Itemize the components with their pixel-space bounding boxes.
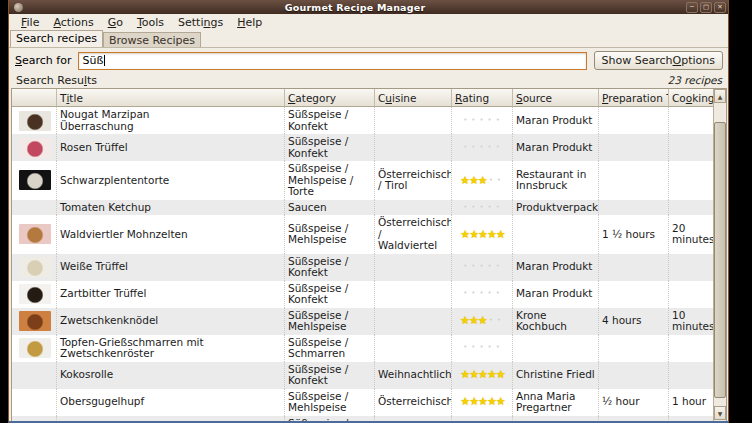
menu-settings[interactable]: Settings <box>171 15 230 30</box>
tab-browse-recipes[interactable]: Browse Recipes <box>103 32 201 47</box>
empty-star-dots-icon: ••••• <box>463 202 504 214</box>
search-input[interactable]: Süß <box>78 52 586 70</box>
cell-title: Tomaten Ketchup <box>57 200 285 216</box>
cell-preparation-time: 1 ½ hours <box>599 215 669 254</box>
cell-title: Zwetschkenknödel <box>57 308 285 335</box>
tab-search-recipes[interactable]: Search recipes <box>10 30 103 47</box>
cell-source: Maran Produkt <box>513 281 599 308</box>
column-header-title[interactable]: Title <box>57 89 285 107</box>
star-rating-icon: ★★★ <box>460 175 487 187</box>
menu-go[interactable]: Go <box>101 15 130 30</box>
cell-title: Waldviertler Mohnzelten <box>57 215 285 254</box>
cell-image <box>12 308 57 335</box>
table-row[interactable]: Rosen Trüffel Süßspeise / Konfekt ••••• … <box>12 134 713 161</box>
cell-category: Süßspeise / Schmarren <box>285 335 375 362</box>
table-row[interactable]: Kokosrolle Süßspeise / Konfekt Weihnacht… <box>12 362 713 389</box>
empty-star-dots-icon: •• <box>489 175 505 187</box>
cell-source: Produktverpackung <box>513 200 599 216</box>
close-button[interactable]: ✕ <box>714 2 726 13</box>
scrollbar-up-arrow-icon[interactable]: ▲ <box>714 89 726 103</box>
menu-actions[interactable]: Actions <box>46 15 100 30</box>
minimize-button[interactable]: ─ <box>686 2 698 13</box>
cell-cooking-time <box>669 335 713 362</box>
table-row[interactable]: Zartbitter Trüffel Süßspeise / Konfekt •… <box>12 281 713 308</box>
empty-star-dots-icon: ••••• <box>463 115 504 127</box>
cell-rating: ••••• <box>452 200 513 216</box>
table-row[interactable]: Weiße Trüffel Süßspeise / Konfekt ••••• … <box>12 254 713 281</box>
cell-cuisine <box>375 281 452 308</box>
maximize-button[interactable]: ▢ <box>700 2 712 13</box>
cell-image <box>12 254 57 281</box>
cell-cuisine: Österreichisch <box>375 389 452 416</box>
recipe-thumbnail <box>19 138 51 158</box>
cell-cuisine <box>375 308 452 335</box>
search-results-label: Search Results <box>16 74 97 87</box>
column-header-preparation-time[interactable]: Preparation Time <box>599 89 669 107</box>
column-header-cuisine[interactable]: Cuisine <box>375 89 452 107</box>
cell-image <box>12 362 57 389</box>
column-header-rating[interactable]: Rating <box>452 89 513 107</box>
column-header-image[interactable] <box>12 89 57 107</box>
cell-cuisine <box>375 134 452 161</box>
cell-category: Süßspeise / Konfekt <box>285 134 375 161</box>
cell-preparation-time: 4 hours <box>599 308 669 335</box>
cell-category: Süßspeise / Mehlspeise <box>285 389 375 416</box>
cell-category: Süßspeise / Konfekt <box>285 362 375 389</box>
scrollbar-down-arrow-icon[interactable]: ▼ <box>714 406 726 420</box>
scrollbar-thumb[interactable] <box>714 122 726 398</box>
cell-preparation-time <box>599 362 669 389</box>
table-row[interactable]: Obersgugelhupf Süßspeise / Mehlspeise Ös… <box>12 389 713 416</box>
cell-rating: ••••• <box>452 107 513 134</box>
table-row[interactable]: Nougat Marzipan Überraschung Süßspeise /… <box>12 107 713 134</box>
cell-image <box>12 215 57 254</box>
cell-cooking-time: 10 minutes <box>669 308 713 335</box>
column-header-category[interactable]: Category <box>285 89 375 107</box>
cell-title: Rosen Trüffel <box>57 134 285 161</box>
cell-cooking-time <box>669 254 713 281</box>
cell-image <box>12 107 57 134</box>
cell-cooking-time: 20 minutes <box>669 215 713 254</box>
cell-cooking-time: 1 hour <box>669 389 713 416</box>
cell-preparation-time <box>599 281 669 308</box>
column-header-source[interactable]: Source <box>513 89 599 107</box>
window-title: Gourmet Recipe Manager <box>26 2 684 13</box>
recipe-thumbnail <box>19 224 51 244</box>
table-header-row: Title Category Cuisine Rating Source Pre… <box>12 89 713 107</box>
cell-preparation-time <box>599 161 669 200</box>
cell-cuisine: Österreichisch / Waldviertel <box>375 215 452 254</box>
column-header-cooking-time[interactable]: Cooking Time <box>669 89 713 107</box>
menu-file[interactable]: File <box>14 15 46 30</box>
cell-preparation-time <box>599 254 669 281</box>
table-row[interactable]: Waldviertler Mohnzelten Süßspeise / Mehl… <box>12 215 713 254</box>
cell-title: Weiße Trüffel <box>57 254 285 281</box>
cell-source: Krone Kochbuch <box>513 308 599 335</box>
menu-tools[interactable]: Tools <box>130 15 171 30</box>
table-row[interactable]: Tomaten Ketchup Saucen ••••• Produktverp… <box>12 200 713 216</box>
show-search-options-button[interactable]: Show Search Options <box>594 51 723 70</box>
recipe-count: 23 recipes <box>667 74 722 86</box>
titlebar[interactable]: Gourmet Recipe Manager ─ ▢ ✕ <box>9 0 728 14</box>
cell-rating: ••••• <box>452 134 513 161</box>
cell-cuisine <box>375 335 452 362</box>
search-row: Search for Süß Show Search Options <box>9 48 728 73</box>
cell-preparation-time <box>599 134 669 161</box>
table-row[interactable]: Topfen-Grießschmarren mit Zwetschkenröst… <box>12 335 713 362</box>
tab-bar: Search recipes Browse Recipes <box>9 31 728 48</box>
cell-rating: ★★★•• <box>452 308 513 335</box>
results-row: Search Results 23 recipes <box>9 73 728 87</box>
vertical-scrollbar[interactable]: ▲ ▼ <box>713 89 726 422</box>
menu-help[interactable]: Help <box>230 15 269 30</box>
cell-cuisine: Weihnachtlich <box>375 362 452 389</box>
cell-source: Maran Produkt <box>513 254 599 281</box>
recipe-thumbnail <box>19 170 51 190</box>
cell-source: Maran Produkt <box>513 107 599 134</box>
cell-cooking-time <box>669 161 713 200</box>
table-row[interactable]: Zwetschkenknödel Süßspeise / Mehlspeise … <box>12 308 713 335</box>
recipe-thumbnail <box>19 311 51 331</box>
cell-cuisine <box>375 254 452 281</box>
cell-cooking-time <box>669 200 713 216</box>
table-row[interactable]: Schwarzplententorte Süßspeise / Mehlspei… <box>12 161 713 200</box>
search-for-label: Search for <box>15 54 71 67</box>
cell-cuisine: Österreichisch / Tirol <box>375 161 452 200</box>
cell-title: Zartbitter Trüffel <box>57 281 285 308</box>
